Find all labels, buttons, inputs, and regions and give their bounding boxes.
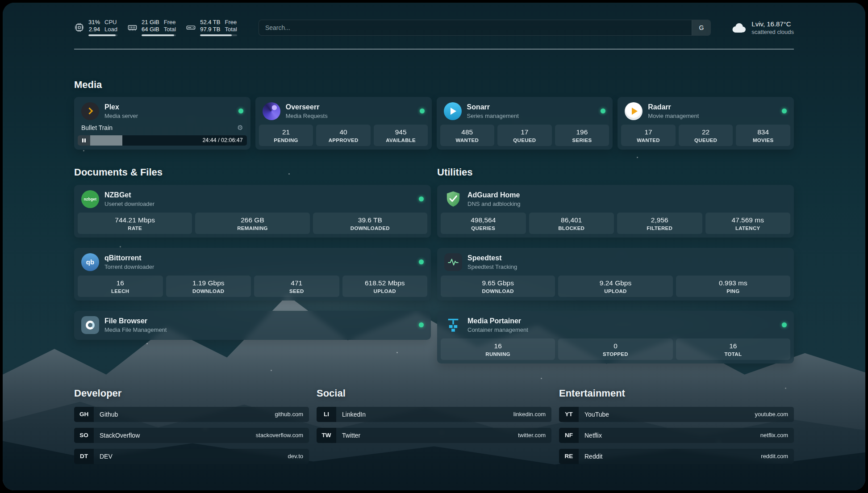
cpu-monitor: 31% CPU 2.94 Load: [74, 19, 117, 36]
service-subtitle: Container management: [467, 326, 528, 334]
bookmark-abbr: DT: [74, 449, 94, 464]
gear-icon[interactable]: ⚙: [237, 124, 243, 132]
stat-tile: 86,401 BLOCKED: [529, 213, 614, 234]
section-title-media: Media: [74, 79, 794, 91]
header-divider: [74, 49, 794, 50]
bookmark-abbr: LI: [317, 407, 336, 422]
developer-section: Developer GH Github github.com SO StackO…: [74, 388, 309, 464]
section-title-developer: Developer: [74, 388, 309, 399]
service-name: Radarr: [648, 103, 699, 112]
status-dot-online: [782, 109, 787, 113]
stat-tile: 1.19 Gbps DOWNLOAD: [166, 276, 251, 297]
disk-monitor: 52.4 TB Free 97.9 TB Total: [186, 19, 237, 36]
stat-tile: 0 STOPPED: [558, 338, 672, 360]
stat-tile: 16 LEECH: [78, 276, 163, 297]
playback-progress-fill: [90, 135, 122, 146]
radarr-icon: [625, 102, 643, 120]
stat-tile: 196 SERIES: [555, 125, 609, 146]
stat-tile: 16 RUNNING: [441, 338, 555, 360]
status-dot-online: [420, 109, 425, 113]
sonarr-icon: [444, 102, 462, 120]
speedtest-icon: [444, 253, 462, 271]
stat-tile: 40 APPROVED: [316, 125, 371, 146]
nzbget-icon: nzbget: [81, 190, 99, 208]
bookmark-name: Twitter: [342, 432, 360, 439]
stat-tile: 39.6 TB DOWNLOADED: [313, 213, 427, 234]
bookmark-name: StackOverflow: [100, 432, 140, 439]
service-subtitle: Series management: [467, 112, 519, 120]
service-subtitle: Speedtest Tracking: [467, 263, 517, 271]
stat-tile: 485 WANTED: [440, 125, 495, 146]
portainer-icon: [444, 316, 462, 334]
memory-monitor: 21 GiB Free 64 GiB Total: [127, 19, 176, 36]
stat-tile: 498,564 QUERIES: [441, 213, 526, 234]
now-playing-title: Bullet Train: [81, 124, 113, 131]
status-dot-online: [419, 322, 424, 327]
service-card-nzbget[interactable]: nzbget NZBGet Usenet downloader 744.21 M…: [74, 185, 431, 238]
bookmark-abbr: GH: [74, 407, 94, 422]
bookmark-youtube[interactable]: YT YouTube youtube.com: [559, 407, 794, 422]
bookmark-abbr: RE: [559, 449, 579, 464]
stat-tile: 2,956 FILTERED: [617, 213, 702, 234]
adguard-icon: [444, 190, 462, 208]
bookmark-dev[interactable]: DT DEV dev.to: [74, 449, 309, 464]
stat-tile: 17 WANTED: [621, 125, 676, 146]
bookmark-abbr: NF: [559, 428, 579, 443]
search-bar[interactable]: G: [259, 20, 711, 36]
service-subtitle: Movie management: [648, 112, 699, 120]
weather-widget[interactable]: Lviv, 16.87°C scattered clouds: [731, 20, 794, 36]
memory-total-label: Total: [164, 26, 176, 33]
status-dot-online: [419, 196, 424, 201]
search-provider-button[interactable]: G: [692, 20, 710, 35]
bookmark-linkedin[interactable]: LI LinkedIn linkedin.com: [317, 407, 551, 422]
service-card-sonarr[interactable]: Sonarr Series management 485 WANTED 17 Q…: [437, 97, 613, 150]
status-dot-online: [419, 259, 424, 264]
bookmark-twitter[interactable]: TW Twitter twitter.com: [317, 428, 551, 443]
service-subtitle: Media server: [104, 112, 138, 120]
stat-tile: 266 GB REMAINING: [195, 213, 309, 234]
stat-tile: 0.993 ms PING: [676, 276, 790, 297]
service-card-plex[interactable]: Plex Media server Bullet Train ⚙ 24:44 /…: [74, 97, 250, 150]
service-name: NZBGet: [104, 191, 154, 200]
service-card-filebrowser[interactable]: File Browser Media File Management: [74, 311, 431, 340]
bookmark-github[interactable]: GH Github github.com: [74, 407, 309, 422]
stat-tile: 17 QUEUED: [497, 125, 552, 146]
cpu-icon: [74, 22, 84, 33]
topbar: 31% CPU 2.94 Load: [74, 19, 794, 36]
bookmark-stackoverflow[interactable]: SO StackOverflow stackoverflow.com: [74, 428, 309, 443]
bookmark-netflix[interactable]: NF Netflix netflix.com: [559, 428, 794, 443]
bookmark-abbr: TW: [317, 428, 336, 443]
disk-total-value: 97.9 TB: [200, 26, 220, 33]
bookmark-name: Reddit: [584, 453, 602, 460]
memory-free-label: Free: [164, 19, 176, 26]
disk-usage-bar: [200, 34, 237, 36]
service-card-overseerr[interactable]: Overseerr Media Requests 21 PENDING 40 A…: [255, 97, 432, 150]
memory-usage-bar: [142, 34, 176, 36]
pause-icon[interactable]: [78, 135, 90, 146]
service-name: File Browser: [104, 317, 167, 326]
disk-icon: [186, 22, 196, 33]
service-card-radarr[interactable]: Radarr Movie management 17 WANTED 22 QUE…: [618, 97, 794, 150]
section-title-utilities: Utilities: [437, 167, 794, 178]
service-subtitle: Torrent downloader: [104, 263, 154, 271]
stat-tile: 21 PENDING: [259, 125, 313, 146]
bookmark-abbr: YT: [559, 407, 579, 422]
playback-time: 24:44 / 02:06:47: [202, 137, 242, 143]
dashboard-content: 31% CPU 2.94 Load: [74, 19, 794, 464]
status-dot-online: [601, 109, 605, 113]
bookmark-url: github.com: [275, 411, 303, 418]
weather-condition: scattered clouds: [751, 28, 794, 36]
bookmark-name: Github: [100, 411, 118, 418]
service-card-portainer[interactable]: Media Portainer Container management 16 …: [437, 311, 794, 363]
plex-player-bar[interactable]: 24:44 / 02:06:47: [78, 135, 247, 146]
search-input[interactable]: [259, 20, 692, 35]
bookmark-reddit[interactable]: RE Reddit reddit.com: [559, 449, 794, 464]
stat-tile: 9.65 Gbps DOWNLOAD: [441, 276, 555, 297]
documents-section: Documents & Files nzbget NZBGet Usenet d…: [74, 167, 431, 340]
ram-icon: [127, 22, 138, 33]
service-card-speedtest[interactable]: Speedtest Speedtest Tracking 9.65 Gbps D…: [437, 248, 794, 301]
service-card-adguard[interactable]: AdGuard Home DNS and adblocking 498,564 …: [437, 185, 794, 238]
service-card-qbittorrent[interactable]: qb qBittorrent Torrent downloader 16 LEE…: [74, 248, 431, 301]
cloud-icon: [731, 22, 747, 33]
utilities-section: Utilities: [437, 167, 794, 363]
